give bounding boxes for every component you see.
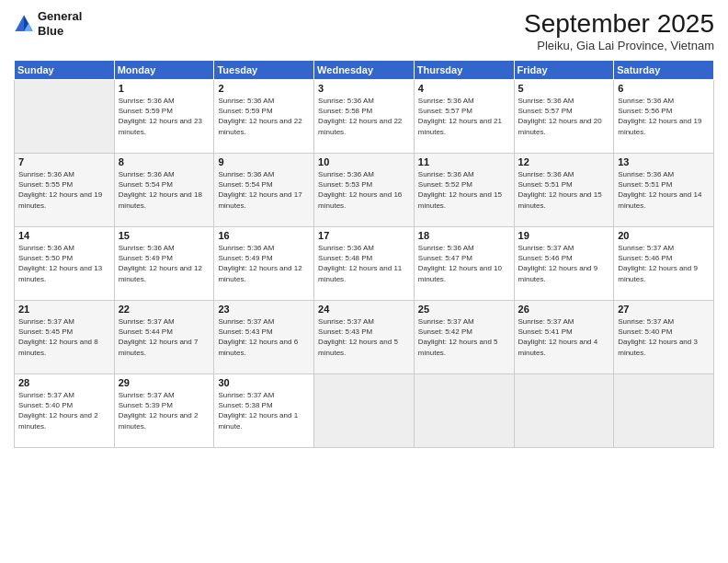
day-number: 9 (218, 156, 310, 167)
day-number: 13 (618, 156, 710, 167)
day-number: 12 (518, 156, 610, 167)
day-number: 19 (518, 230, 610, 241)
calendar-week: 1Sunrise: 5:36 AMSunset: 5:59 PMDaylight… (15, 80, 714, 154)
header-row: SundayMondayTuesdayWednesdayThursdayFrid… (15, 61, 714, 80)
day-info: Sunrise: 5:36 AMSunset: 5:54 PMDaylight:… (218, 169, 310, 211)
day-info: Sunrise: 5:36 AMSunset: 5:56 PMDaylight:… (618, 96, 710, 137)
calendar-cell: 22Sunrise: 5:37 AMSunset: 5:44 PMDayligh… (114, 301, 214, 374)
logo: General Blue (14, 9, 82, 38)
calendar-cell: 11Sunrise: 5:36 AMSunset: 5:52 PMDayligh… (414, 154, 514, 227)
day-info: Sunrise: 5:37 AMSunset: 5:46 PMDaylight:… (518, 243, 610, 284)
day-info: Sunrise: 5:37 AMSunset: 5:41 PMDaylight:… (518, 316, 610, 358)
day-number: 27 (618, 304, 710, 315)
day-info: Sunrise: 5:36 AMSunset: 5:59 PMDaylight:… (218, 96, 310, 137)
calendar-cell: 8Sunrise: 5:36 AMSunset: 5:54 PMDaylight… (114, 154, 214, 227)
calendar-cell: 29Sunrise: 5:37 AMSunset: 5:39 PMDayligh… (114, 374, 214, 448)
day-info: Sunrise: 5:36 AMSunset: 5:50 PMDaylight:… (18, 243, 110, 284)
page: General Blue September 2025 Pleiku, Gia … (0, 0, 728, 563)
day-info: Sunrise: 5:36 AMSunset: 5:53 PMDaylight:… (318, 169, 410, 211)
calendar-cell: 12Sunrise: 5:36 AMSunset: 5:51 PMDayligh… (514, 154, 614, 227)
calendar-cell: 30Sunrise: 5:37 AMSunset: 5:38 PMDayligh… (214, 374, 314, 448)
calendar-cell (15, 80, 115, 154)
day-info: Sunrise: 5:37 AMSunset: 5:43 PMDaylight:… (318, 316, 410, 358)
day-info: Sunrise: 5:37 AMSunset: 5:38 PMDaylight:… (218, 390, 310, 431)
day-number: 25 (418, 304, 510, 315)
day-number: 4 (418, 83, 510, 94)
header: General Blue September 2025 Pleiku, Gia … (14, 9, 714, 52)
calendar-cell: 5Sunrise: 5:36 AMSunset: 5:57 PMDaylight… (514, 80, 614, 154)
calendar-cell: 23Sunrise: 5:37 AMSunset: 5:43 PMDayligh… (214, 301, 314, 374)
calendar-cell: 6Sunrise: 5:36 AMSunset: 5:56 PMDaylight… (614, 80, 714, 154)
calendar-cell (314, 374, 415, 448)
location-subtitle: Pleiku, Gia Lai Province, Vietnam (524, 39, 714, 52)
calendar-cell (514, 374, 614, 448)
calendar-cell: 28Sunrise: 5:37 AMSunset: 5:40 PMDayligh… (15, 374, 115, 448)
day-info: Sunrise: 5:36 AMSunset: 5:47 PMDaylight:… (418, 243, 510, 284)
day-number: 18 (418, 230, 510, 241)
logo-text: General Blue (38, 9, 82, 38)
calendar-cell: 1Sunrise: 5:36 AMSunset: 5:59 PMDaylight… (114, 80, 214, 154)
day-number: 3 (318, 83, 410, 94)
month-title: September 2025 (524, 9, 714, 39)
calendar-cell: 13Sunrise: 5:36 AMSunset: 5:51 PMDayligh… (614, 154, 714, 227)
day-info: Sunrise: 5:36 AMSunset: 5:57 PMDaylight:… (518, 96, 610, 137)
day-info: Sunrise: 5:36 AMSunset: 5:59 PMDaylight:… (119, 96, 210, 137)
day-number: 11 (418, 156, 510, 167)
day-info: Sunrise: 5:37 AMSunset: 5:39 PMDaylight:… (119, 390, 210, 431)
calendar-cell: 9Sunrise: 5:36 AMSunset: 5:54 PMDaylight… (214, 154, 314, 227)
day-info: Sunrise: 5:37 AMSunset: 5:44 PMDaylight:… (119, 316, 210, 358)
day-info: Sunrise: 5:37 AMSunset: 5:43 PMDaylight:… (218, 316, 310, 358)
weekday-header: Thursday (414, 61, 514, 80)
logo-icon (14, 14, 34, 34)
day-info: Sunrise: 5:37 AMSunset: 5:46 PMDaylight:… (618, 243, 710, 284)
day-number: 21 (18, 304, 110, 315)
calendar-cell: 10Sunrise: 5:36 AMSunset: 5:53 PMDayligh… (314, 154, 415, 227)
day-number: 17 (318, 230, 410, 241)
calendar-cell: 7Sunrise: 5:36 AMSunset: 5:55 PMDaylight… (15, 154, 115, 227)
day-number: 8 (119, 156, 210, 167)
day-info: Sunrise: 5:36 AMSunset: 5:58 PMDaylight:… (318, 96, 410, 137)
calendar-week: 21Sunrise: 5:37 AMSunset: 5:45 PMDayligh… (15, 301, 714, 374)
day-number: 2 (218, 83, 310, 94)
day-number: 30 (218, 377, 310, 388)
day-info: Sunrise: 5:36 AMSunset: 5:49 PMDaylight:… (218, 243, 310, 284)
calendar-cell: 21Sunrise: 5:37 AMSunset: 5:45 PMDayligh… (15, 301, 115, 374)
day-number: 15 (119, 230, 210, 241)
day-info: Sunrise: 5:36 AMSunset: 5:51 PMDaylight:… (618, 169, 710, 211)
day-number: 10 (318, 156, 410, 167)
day-info: Sunrise: 5:37 AMSunset: 5:45 PMDaylight:… (18, 316, 110, 358)
day-info: Sunrise: 5:37 AMSunset: 5:42 PMDaylight:… (418, 316, 510, 358)
calendar-cell: 4Sunrise: 5:36 AMSunset: 5:57 PMDaylight… (414, 80, 514, 154)
day-number: 14 (18, 230, 110, 241)
weekday-header: Saturday (614, 61, 714, 80)
day-info: Sunrise: 5:36 AMSunset: 5:55 PMDaylight:… (18, 169, 110, 211)
day-number: 5 (518, 83, 610, 94)
weekday-header: Wednesday (314, 61, 415, 80)
calendar-table: SundayMondayTuesdayWednesdayThursdayFrid… (14, 60, 714, 448)
calendar-cell: 24Sunrise: 5:37 AMSunset: 5:43 PMDayligh… (314, 301, 415, 374)
day-number: 26 (518, 304, 610, 315)
weekday-header: Sunday (15, 61, 115, 80)
day-info: Sunrise: 5:37 AMSunset: 5:40 PMDaylight:… (18, 390, 110, 431)
day-number: 28 (18, 377, 110, 388)
day-info: Sunrise: 5:37 AMSunset: 5:40 PMDaylight:… (618, 316, 710, 358)
day-info: Sunrise: 5:36 AMSunset: 5:51 PMDaylight:… (518, 169, 610, 211)
day-number: 29 (119, 377, 210, 388)
calendar-week: 14Sunrise: 5:36 AMSunset: 5:50 PMDayligh… (15, 227, 714, 301)
calendar-cell: 27Sunrise: 5:37 AMSunset: 5:40 PMDayligh… (614, 301, 714, 374)
weekday-header: Friday (514, 61, 614, 80)
calendar-cell: 19Sunrise: 5:37 AMSunset: 5:46 PMDayligh… (514, 227, 614, 301)
calendar-week: 28Sunrise: 5:37 AMSunset: 5:40 PMDayligh… (15, 374, 714, 448)
day-info: Sunrise: 5:36 AMSunset: 5:54 PMDaylight:… (119, 169, 210, 211)
calendar-cell: 15Sunrise: 5:36 AMSunset: 5:49 PMDayligh… (114, 227, 214, 301)
calendar-cell: 25Sunrise: 5:37 AMSunset: 5:42 PMDayligh… (414, 301, 514, 374)
day-info: Sunrise: 5:36 AMSunset: 5:49 PMDaylight:… (119, 243, 210, 284)
day-number: 24 (318, 304, 410, 315)
title-block: September 2025 Pleiku, Gia Lai Province,… (524, 9, 714, 52)
day-number: 23 (218, 304, 310, 315)
calendar-cell (614, 374, 714, 448)
day-number: 20 (618, 230, 710, 241)
calendar-week: 7Sunrise: 5:36 AMSunset: 5:55 PMDaylight… (15, 154, 714, 227)
calendar-cell: 18Sunrise: 5:36 AMSunset: 5:47 PMDayligh… (414, 227, 514, 301)
day-number: 16 (218, 230, 310, 241)
